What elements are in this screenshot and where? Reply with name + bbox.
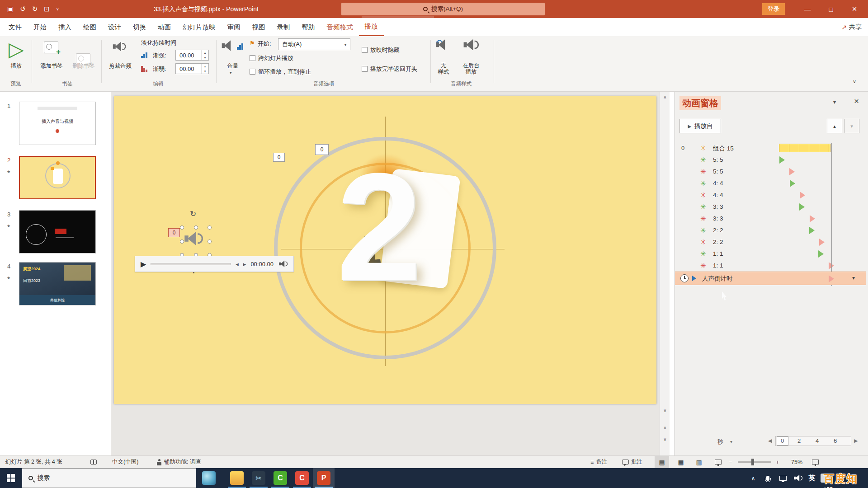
audio-speaker-icon[interactable] xyxy=(184,232,201,246)
timeline-marker[interactable] xyxy=(819,239,825,246)
tab-view[interactable]: 视图 xyxy=(246,18,271,36)
anim-item-1-1-exit[interactable]: ✳ 1: 1 xyxy=(675,260,865,272)
timeline-ruler[interactable]: 0 2 4 6 xyxy=(775,436,851,446)
undo-icon[interactable]: ↺ xyxy=(20,5,26,13)
resize-handle-e[interactable] xyxy=(208,239,212,244)
anim-item-4-4-enter[interactable]: ✳ 4: 4 xyxy=(675,178,865,189)
add-bookmark-label[interactable]: 添加书签 xyxy=(38,62,66,70)
tray-ime-language[interactable]: 英 xyxy=(806,468,818,488)
slide-thumbnail-3[interactable] xyxy=(19,210,96,253)
login-button[interactable]: 登录 xyxy=(762,3,785,15)
item-dropdown-icon[interactable]: ▾ xyxy=(852,275,855,281)
slide-thumbnail-1[interactable]: 插入声音与视频 xyxy=(19,102,96,145)
no-style-icon[interactable]: ↶ xyxy=(438,41,448,50)
timeline-marker[interactable] xyxy=(810,215,815,222)
comments-button[interactable]: 批注 xyxy=(622,456,642,468)
checkbox-icon[interactable] xyxy=(362,47,368,53)
audio-media-bar[interactable]: ▶ ◂ ▸ 00:00.00 xyxy=(135,256,294,272)
close-button[interactable]: × xyxy=(843,0,866,18)
play-from-button[interactable]: ▶ 播放自 xyxy=(679,119,721,133)
timeline-marker[interactable] xyxy=(790,180,795,187)
taskbar-app-camtasia-green[interactable]: C xyxy=(269,468,291,488)
add-bookmark-icon[interactable]: + xyxy=(44,42,58,53)
timeline-marker[interactable] xyxy=(800,192,805,199)
media-play-icon[interactable]: ▶ xyxy=(141,260,146,268)
minimize-button[interactable]: — xyxy=(796,0,819,18)
ruler-scroll-right-icon[interactable]: ▶ xyxy=(854,438,858,444)
collapse-ribbon-icon[interactable]: ∨ xyxy=(853,79,856,84)
redo-icon[interactable]: ↻ xyxy=(32,5,38,13)
start-combobox[interactable]: 自动(A) ▾ xyxy=(278,38,350,50)
timeline-marker[interactable] xyxy=(829,275,834,282)
anim-item-3-3-exit[interactable]: ✳ 3: 3 xyxy=(675,213,865,225)
next-slide-icon[interactable]: ∨ xyxy=(660,437,670,442)
checkbox-icon[interactable] xyxy=(250,55,255,61)
media-seek-forward-icon[interactable]: ▸ xyxy=(243,261,246,267)
scroll-up-icon[interactable]: ∧ xyxy=(660,94,670,99)
save-icon[interactable]: ▣ xyxy=(7,5,14,13)
timeline-marker[interactable] xyxy=(789,168,795,175)
language-indicator[interactable]: 中文(中国) xyxy=(112,456,138,468)
tab-insert[interactable]: 插入 xyxy=(52,18,77,36)
tray-display-icon[interactable] xyxy=(776,468,790,488)
taskbar-app-explorer[interactable] xyxy=(226,468,248,488)
customize-qat-icon[interactable]: ∨ xyxy=(56,7,59,11)
share-button[interactable]: ↗ 共享 xyxy=(841,18,862,36)
maximize-button[interactable]: □ xyxy=(819,0,843,18)
tab-animations[interactable]: 动画 xyxy=(152,18,177,36)
anim-timeline-bar[interactable] xyxy=(779,144,830,152)
fade-out-spinner[interactable]: ▴▾ xyxy=(201,64,208,74)
taskbar-app-powerpoint-active[interactable]: P xyxy=(313,468,335,488)
anim-item-4-4-exit[interactable]: ✳ 4: 4 xyxy=(675,189,865,201)
timeline-marker[interactable] xyxy=(818,250,824,258)
zoom-in-button[interactable]: + xyxy=(776,456,779,468)
media-volume-icon[interactable] xyxy=(279,261,287,267)
anim-item-5-5-enter[interactable]: ✳ 5: 5 xyxy=(675,154,865,166)
search-box[interactable]: 搜索(Alt+Q) xyxy=(341,3,545,15)
slide-thumbnail-4[interactable]: 展望2024 回首2023 共创辉煌 xyxy=(19,262,96,305)
reading-view-button[interactable]: ▥ xyxy=(692,456,706,468)
slide-thumbnail-2[interactable] xyxy=(19,156,96,199)
checkbox-icon[interactable] xyxy=(362,66,368,72)
resize-handle-n[interactable] xyxy=(194,225,198,230)
tab-slideshow[interactable]: 幻灯片放映 xyxy=(177,18,222,36)
zoom-slider[interactable] xyxy=(738,456,771,468)
anim-item-voice-countdown-selected[interactable]: 人声倒计时 ▾ xyxy=(675,272,866,285)
fade-out-input[interactable]: 00.00 ▴▾ xyxy=(175,63,209,74)
resize-handle-w[interactable] xyxy=(180,239,184,244)
anim-item-1-1-enter[interactable]: ✳ 1: 1 xyxy=(675,248,865,260)
scroll-down-icon[interactable]: ∨ xyxy=(660,408,670,413)
slide-sorter-view-button[interactable]: ▦ xyxy=(674,456,688,468)
anim-item-3-3-enter[interactable]: ✳ 3: 3 xyxy=(675,201,865,213)
spellcheck-icon[interactable] xyxy=(90,456,97,468)
media-seek-back-icon[interactable]: ◂ xyxy=(236,261,239,267)
volume-icon[interactable] xyxy=(223,42,243,51)
accessibility-indicator[interactable]: 辅助功能: 调查 xyxy=(156,456,201,468)
checkbox-loop-until-stopped[interactable]: 循环播放，直到停止 xyxy=(250,68,311,76)
resize-handle-nw[interactable] xyxy=(180,225,184,230)
fade-in-spinner[interactable]: ▴▾ xyxy=(201,50,208,60)
fade-in-input[interactable]: 00.00 ▴▾ xyxy=(175,50,209,61)
trim-audio-label[interactable]: 剪裁音频 xyxy=(104,62,137,70)
tab-help[interactable]: 帮助 xyxy=(296,18,321,36)
tab-design[interactable]: 设计 xyxy=(102,18,127,36)
taskbar-search[interactable]: 搜索 xyxy=(22,468,196,488)
play-preview-button[interactable]: ▷ xyxy=(5,38,27,61)
normal-view-button[interactable]: ▤ xyxy=(655,456,669,468)
pane-close-icon[interactable]: × xyxy=(854,96,859,106)
taskbar-app-shark[interactable] xyxy=(197,468,221,488)
slide-counter[interactable]: 幻灯片 第 2 张, 共 4 张 xyxy=(5,456,62,468)
timeline-marker[interactable] xyxy=(809,227,815,234)
slideshow-view-button[interactable] xyxy=(711,456,725,468)
checkbox-icon[interactable] xyxy=(250,69,255,75)
zoom-slider-thumb[interactable] xyxy=(751,459,754,465)
zoom-level[interactable]: 75% xyxy=(791,456,802,468)
seconds-label[interactable]: 秒 xyxy=(717,438,723,446)
play-in-background-label[interactable]: 在后台 播放 xyxy=(456,62,486,75)
taskbar-app-dark[interactable]: ✂ xyxy=(248,468,269,488)
taskbar-app-red-c[interactable]: C xyxy=(291,468,313,488)
notes-button[interactable]: ≡ 备注 xyxy=(590,456,607,468)
tab-record[interactable]: 录制 xyxy=(271,18,296,36)
seconds-caret-icon[interactable]: ▾ xyxy=(730,439,732,444)
anim-item-group15[interactable]: 0 ✳ 组合 15 xyxy=(675,142,865,154)
